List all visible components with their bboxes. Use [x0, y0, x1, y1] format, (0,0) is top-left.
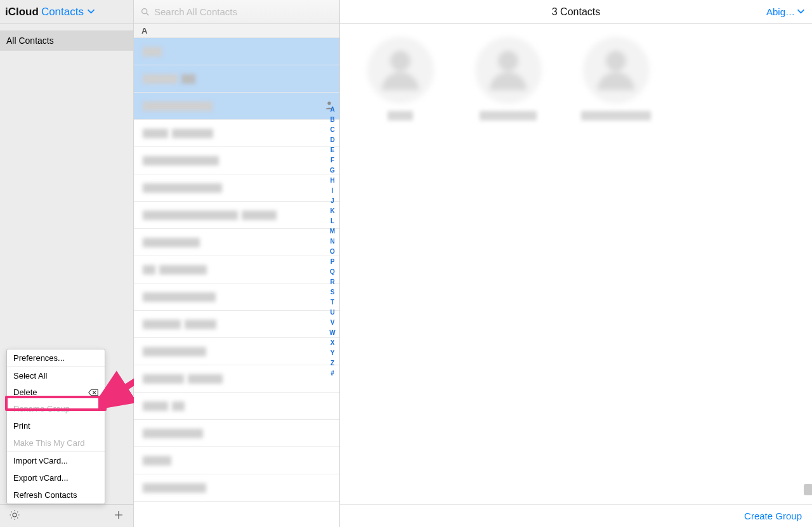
context-menu: Preferences... Select All Delete Rename …: [6, 349, 105, 504]
contact-card[interactable]: [359, 37, 442, 120]
alpha-index-letter[interactable]: N: [330, 238, 334, 245]
alpha-index-letter[interactable]: E: [331, 147, 335, 153]
alpha-index-letter[interactable]: #: [331, 370, 334, 377]
alpha-index-letter[interactable]: J: [331, 198, 334, 204]
svg-line-2: [147, 13, 148, 15]
contacts-scroll[interactable]: [134, 38, 339, 527]
sidebar-header: iCloud Contacts: [0, 0, 133, 24]
sidebar: iCloud Contacts All Contacts Preferences…: [0, 0, 134, 527]
alpha-index-letter[interactable]: D: [330, 137, 334, 143]
list-item[interactable]: [134, 174, 339, 202]
sidebar-item-all-contacts[interactable]: All Contacts: [0, 30, 133, 51]
avatar: [367, 37, 434, 103]
gear-icon: [9, 509, 20, 521]
alpha-index-letter[interactable]: U: [330, 309, 334, 316]
list-item[interactable]: [134, 93, 339, 120]
delete-key-icon: [88, 389, 98, 396]
alpha-index-letter[interactable]: I: [332, 188, 334, 194]
avatar: [583, 37, 650, 103]
list-item[interactable]: [134, 283, 339, 311]
list-item[interactable]: [134, 393, 339, 420]
alpha-index-letter[interactable]: Q: [330, 269, 335, 275]
icloud-label: iCloud: [5, 6, 39, 18]
menu-rename-group: Rename Group: [7, 400, 105, 417]
alpha-index-letter[interactable]: R: [330, 279, 334, 285]
contact-card[interactable]: [575, 37, 657, 120]
alpha-index-letter[interactable]: L: [331, 218, 334, 224]
scrollbar[interactable]: [804, 484, 812, 495]
alpha-index-letter[interactable]: X: [331, 340, 335, 346]
alpha-index-letter[interactable]: W: [329, 330, 335, 336]
alpha-index-letter[interactable]: K: [330, 208, 334, 214]
menu-select-all[interactable]: Select All: [7, 367, 105, 384]
list-item[interactable]: [134, 202, 339, 229]
list-item[interactable]: [134, 256, 339, 283]
plus-icon: [113, 509, 124, 521]
list-item[interactable]: [134, 311, 339, 338]
alpha-index[interactable]: ABCDEFGHIJKLMNOPQRSTUVWXYZ#: [327, 107, 337, 377]
list-item[interactable]: [134, 147, 339, 174]
search-input[interactable]: [154, 6, 333, 17]
alpha-index-letter[interactable]: A: [330, 107, 334, 113]
alpha-index-letter[interactable]: B: [330, 117, 334, 123]
list-item[interactable]: [134, 420, 339, 447]
user-menu[interactable]: Abig…: [766, 6, 804, 17]
add-button[interactable]: [113, 509, 124, 523]
alpha-index-letter[interactable]: M: [330, 228, 335, 235]
menu-delete[interactable]: Delete: [7, 384, 105, 400]
list-item[interactable]: [134, 229, 339, 256]
app-switcher[interactable]: Contacts: [41, 6, 95, 18]
menu-preferences[interactable]: Preferences...: [7, 349, 105, 367]
alpha-index-letter[interactable]: G: [330, 167, 335, 174]
svg-point-1: [142, 8, 147, 13]
svg-point-3: [327, 101, 331, 105]
alpha-index-letter[interactable]: T: [331, 299, 334, 306]
alpha-index-letter[interactable]: V: [331, 320, 335, 326]
contact-card[interactable]: [467, 37, 549, 120]
menu-make-card: Make This My Card: [7, 434, 105, 452]
alpha-index-letter[interactable]: O: [330, 249, 335, 255]
alpha-index-letter[interactable]: C: [330, 127, 334, 133]
list-item[interactable]: [134, 338, 339, 365]
search-bar: [134, 0, 339, 24]
detail-header: 3 Contacts Abig…: [340, 0, 812, 24]
chevron-down-icon: [797, 10, 804, 14]
menu-delete-label: Delete: [13, 387, 37, 397]
alpha-index-letter[interactable]: H: [330, 178, 334, 184]
contacts-list-column: A ABCDEFGHIJKLMNO: [134, 0, 340, 527]
detail-title: 3 Contacts: [552, 6, 600, 18]
alpha-index-letter[interactable]: F: [331, 157, 334, 164]
settings-button[interactable]: [9, 509, 20, 523]
alpha-index-letter[interactable]: P: [331, 259, 335, 265]
avatar: [475, 37, 542, 103]
detail-pane: 3 Contacts Abig…: [340, 0, 812, 527]
contact-card-name: [388, 111, 413, 120]
menu-import[interactable]: Import vCard...: [7, 452, 105, 469]
menu-print[interactable]: Print: [7, 417, 105, 434]
alpha-index-letter[interactable]: S: [331, 289, 335, 296]
detail-footer: Create Group: [340, 504, 812, 527]
user-label: Abig…: [766, 6, 795, 17]
contact-card-name: [480, 111, 537, 120]
list-item[interactable]: [134, 365, 339, 393]
create-group-button[interactable]: Create Group: [744, 511, 802, 521]
list-item[interactable]: [134, 120, 339, 147]
app-name: Contacts: [41, 6, 84, 18]
list-item[interactable]: [134, 38, 339, 65]
sidebar-footer: [0, 504, 133, 527]
detail-body: [340, 24, 812, 504]
list-item[interactable]: [134, 474, 339, 502]
selected-contacts-cards: [359, 37, 793, 120]
chevron-down-icon: [88, 10, 95, 14]
search-icon: [140, 7, 150, 17]
menu-refresh[interactable]: Refresh Contacts: [7, 486, 105, 504]
list-item[interactable]: [134, 447, 339, 474]
alpha-index-letter[interactable]: Z: [331, 360, 334, 367]
list-item[interactable]: [134, 65, 339, 93]
section-header: A: [134, 24, 339, 38]
alpha-index-letter[interactable]: Y: [331, 350, 335, 356]
contact-card-name: [581, 111, 651, 120]
menu-export[interactable]: Export vCard...: [7, 469, 105, 486]
